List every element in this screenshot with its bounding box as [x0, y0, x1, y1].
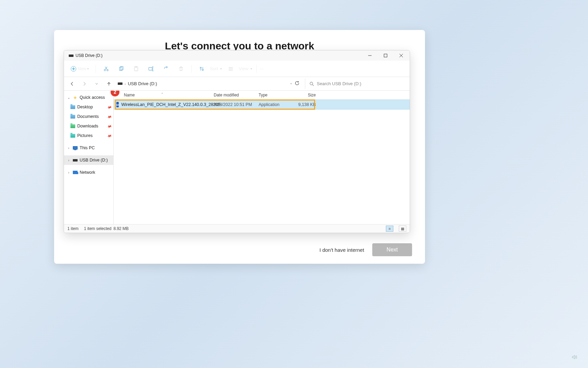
file-row[interactable]: az WirelessLan_PIE_DCH_Intel_Z_V22.140.0…: [114, 99, 410, 110]
accessibility-icon[interactable]: [557, 354, 564, 362]
sort-icon[interactable]: [196, 63, 208, 75]
nav-usb-drive[interactable]: › USB Drive (D:): [64, 155, 113, 165]
svg-point-22: [310, 82, 313, 85]
window-title: USB Drive (D:): [76, 53, 102, 58]
plus-icon: [71, 66, 76, 72]
drive-icon: [69, 55, 74, 57]
up-button[interactable]: [103, 78, 114, 89]
pin-icon: 📌: [107, 114, 112, 119]
details-view-button[interactable]: ≡: [386, 226, 393, 232]
svg-line-23: [312, 85, 314, 86]
breadcrumb-segment[interactable]: USB Drive (D:): [128, 81, 157, 86]
paste-icon[interactable]: [130, 63, 142, 75]
chevron-right-icon: ›: [125, 82, 126, 86]
column-headers: Name ⌃ Date modified Type Size: [114, 91, 410, 99]
column-name[interactable]: Name ⌃: [114, 93, 211, 97]
search-icon: [309, 81, 314, 86]
sort-indicator-icon: ⌃: [161, 92, 164, 96]
star-icon: ★: [72, 95, 78, 100]
file-name: WirelessLan_PIE_DCH_Intel_Z_V22.140.0.3_…: [121, 102, 220, 107]
folder-icon: [70, 123, 76, 129]
titlebar[interactable]: USB Drive (D:): [64, 50, 410, 61]
chevron-down-icon[interactable]: ⌄: [290, 81, 293, 87]
svg-point-4: [104, 70, 105, 71]
nav-pane[interactable]: ⌄ ★ Quick access Desktop 📌 Documents 📌 D…: [64, 91, 114, 224]
forward-button[interactable]: [79, 78, 90, 89]
status-bar: 1 item 1 item selected 8.92 MB ≡ ▦: [64, 224, 410, 233]
status-count: 1 item: [67, 226, 79, 231]
column-type[interactable]: Type: [256, 93, 293, 97]
status-size: 8.92 MB: [113, 226, 129, 231]
chevron-down-icon: ▾: [87, 67, 89, 71]
more-button[interactable]: ···: [260, 66, 264, 71]
folder-icon: [70, 104, 76, 110]
folder-icon: [70, 133, 76, 138]
chevron-right-icon[interactable]: ›: [67, 158, 71, 162]
view-icon[interactable]: [225, 63, 237, 75]
chevron-right-icon[interactable]: ›: [67, 146, 71, 150]
new-button[interactable]: New ▾: [68, 65, 92, 73]
rename-icon[interactable]: [145, 63, 157, 75]
refresh-button[interactable]: [295, 81, 299, 87]
svg-rect-12: [149, 67, 152, 70]
drive-icon: [118, 82, 122, 85]
drive-icon: [72, 157, 78, 163]
search-input[interactable]: Search USB Drive (D:): [305, 79, 407, 89]
svg-point-5: [107, 70, 108, 71]
address-bar: › USB Drive (D:) ⌄ Search USB Drive (D:): [64, 77, 410, 91]
status-selected: 1 item selected: [84, 226, 112, 231]
nav-quick-access[interactable]: ⌄ ★ Quick access: [64, 93, 113, 102]
oobe-footer: I don't have internet Next: [320, 243, 412, 256]
chevron-right-icon[interactable]: ›: [67, 171, 71, 174]
toolbar: New ▾ Sort ▾ View ▾ ···: [64, 61, 410, 77]
application-icon: az: [116, 102, 119, 107]
tiles-view-button[interactable]: ▦: [399, 226, 406, 232]
cut-icon[interactable]: [100, 63, 112, 75]
nav-downloads[interactable]: Downloads 📌: [64, 121, 113, 131]
chevron-down-icon: ▾: [220, 67, 222, 71]
file-size: 9,138 KB: [293, 102, 318, 107]
share-icon[interactable]: [160, 63, 172, 75]
chevron-down-icon: ▾: [250, 67, 252, 71]
nav-pictures[interactable]: Pictures 📌: [64, 131, 113, 140]
close-button[interactable]: [393, 50, 409, 61]
network-icon: [72, 170, 78, 175]
no-internet-link[interactable]: I don't have internet: [320, 247, 364, 253]
column-date[interactable]: Date modified: [211, 93, 256, 97]
pc-icon: [72, 145, 78, 151]
file-date: 8/28/2022 10:51 PM: [211, 102, 256, 107]
nav-network[interactable]: › Network: [64, 168, 113, 177]
folder-icon: [70, 114, 76, 119]
file-type: Application: [256, 102, 293, 107]
pin-icon: 📌: [107, 123, 112, 129]
recent-button[interactable]: [91, 78, 102, 89]
delete-icon[interactable]: [175, 63, 187, 75]
pin-icon: 📌: [107, 104, 112, 110]
volume-icon[interactable]: [571, 354, 578, 362]
file-list[interactable]: Name ⌃ Date modified Type Size az Wirele…: [114, 91, 410, 224]
system-tray: [557, 354, 578, 362]
minimize-button[interactable]: [362, 50, 378, 61]
nav-documents[interactable]: Documents 📌: [64, 112, 113, 121]
nav-desktop[interactable]: Desktop 📌: [64, 102, 113, 112]
svg-rect-1: [384, 54, 387, 57]
next-button[interactable]: Next: [372, 243, 412, 256]
pin-icon: 📌: [107, 133, 112, 138]
column-size[interactable]: Size: [293, 93, 318, 97]
file-explorer-window: USB Drive (D:) New ▾ Sort ▾ View ▾ ···: [64, 50, 410, 233]
copy-icon[interactable]: [115, 63, 127, 75]
breadcrumb[interactable]: › USB Drive (D:) ⌄: [116, 81, 304, 87]
maximize-button[interactable]: [378, 50, 393, 61]
chevron-down-icon[interactable]: ⌄: [67, 96, 71, 99]
nav-this-pc[interactable]: › This PC: [64, 143, 113, 153]
back-button[interactable]: [67, 78, 78, 89]
